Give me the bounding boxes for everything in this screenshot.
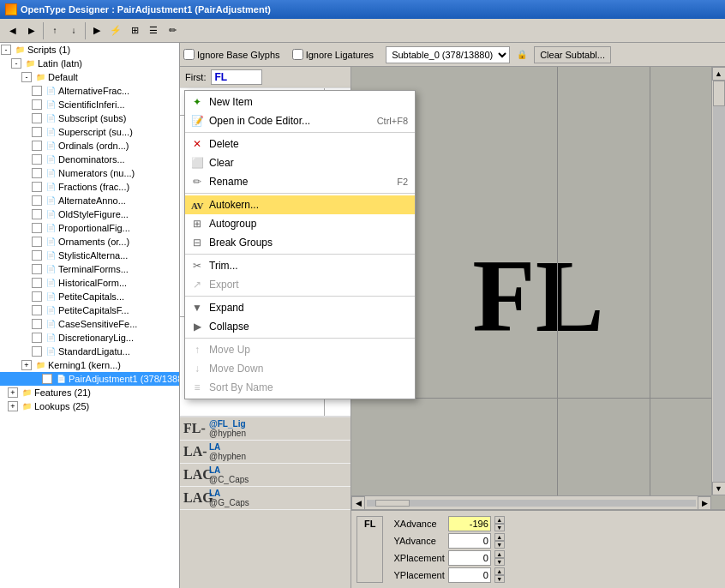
menu-sep-5: [185, 338, 415, 339]
menu-item-clear-label: Clear: [209, 157, 234, 169]
menu-shortcut-code: Ctrl+F8: [377, 116, 408, 126]
menu-item-rename[interactable]: ✏ Rename F2: [185, 172, 415, 191]
menu-item-autogroup-label: Autogroup: [209, 218, 256, 230]
menu-item-trim[interactable]: ✂ Trim...: [185, 256, 415, 275]
menu-item-autokern[interactable]: AV Autokern...: [185, 195, 415, 214]
menu-item-export: ↗ Export: [185, 275, 415, 294]
menu-item-sort-by-name: ≡ Sort By Name: [185, 378, 415, 397]
move-up-icon: ↑: [190, 343, 204, 357]
main-layout: - 📁 Scripts (1) - 📁 Latin (latn) - 📁 Def…: [0, 43, 725, 588]
code-editor-icon: 📝: [190, 114, 204, 128]
delete-icon: ✕: [190, 137, 204, 151]
export-icon: ↗: [190, 278, 204, 291]
menu-item-clear[interactable]: ⬜ Clear: [185, 153, 415, 172]
menu-item-move-down-label: Move Down: [209, 363, 263, 375]
menu-item-export-label: Export: [209, 279, 239, 291]
menu-item-delete-label: Delete: [209, 138, 239, 150]
menu-item-move-up-label: Move Up: [209, 344, 250, 356]
menu-shortcut-rename: F2: [397, 177, 408, 187]
menu-item-trim-label: Trim...: [209, 260, 238, 272]
clear-icon: ⬜: [190, 156, 204, 170]
rename-icon: ✏: [190, 175, 204, 189]
menu-item-rename-label: Rename: [209, 176, 248, 188]
menu-item-new-label: New Item: [209, 96, 253, 108]
menu-item-collapse-label: Collapse: [209, 321, 249, 333]
move-down-icon: ↓: [190, 362, 204, 375]
menu-item-code-editor[interactable]: 📝 Open in Code Editor... Ctrl+F8: [185, 111, 415, 130]
menu-item-autokern-label: Autokern...: [209, 199, 259, 211]
menu-sep-4: [185, 296, 415, 297]
down-button[interactable]: ↓: [65, 22, 82, 39]
menu-item-break-groups[interactable]: ⊟ Break Groups: [185, 233, 415, 252]
menu-sep-1: [185, 132, 415, 133]
menu-sep-2: [185, 193, 415, 194]
toolbar-separator: [43, 22, 44, 39]
context-menu-overlay[interactable]: ✦ New Item 📝 Open in Code Editor... Ctrl…: [0, 43, 725, 588]
trim-icon: ✂: [190, 259, 204, 273]
sort-by-name-icon: ≡: [190, 381, 204, 394]
menu-item-expand-label: Expand: [209, 302, 244, 314]
new-icon: ✦: [190, 95, 204, 109]
code-button[interactable]: ⚡: [107, 22, 124, 39]
title-bar: OpenType Designer : PairAdjustment1 (Pai…: [0, 0, 725, 19]
back-button[interactable]: ◀: [4, 22, 21, 39]
menu-item-new[interactable]: ✦ New Item: [185, 93, 415, 111]
menu-item-break-groups-label: Break Groups: [209, 237, 273, 249]
menu-item-move-up: ↑ Move Up: [185, 340, 415, 359]
menu-sep-3: [185, 254, 415, 255]
menu-item-move-down: ↓ Move Down: [185, 359, 415, 378]
autokern-icon: AV: [190, 198, 204, 212]
context-menu: ✦ New Item 📝 Open in Code Editor... Ctrl…: [184, 90, 416, 399]
collapse-icon: ▶: [190, 320, 204, 333]
break-groups-icon: ⊟: [190, 236, 204, 249]
menu-item-expand[interactable]: ▼ Expand: [185, 298, 415, 317]
up-button[interactable]: ↑: [46, 22, 63, 39]
pencil-button[interactable]: ✏: [164, 22, 181, 39]
menu-item-delete[interactable]: ✕ Delete: [185, 135, 415, 153]
run-button[interactable]: ▶: [88, 22, 105, 39]
window-title: OpenType Designer : PairAdjustment1 (Pai…: [21, 4, 271, 15]
menu-item-autogroup[interactable]: ⊞ Autogroup: [185, 214, 415, 233]
grid-button[interactable]: ⊞: [126, 22, 143, 39]
list-button[interactable]: ☰: [145, 22, 162, 39]
main-toolbar: ◀ ▶ ↑ ↓ ▶ ⚡ ⊞ ☰ ✏: [0, 19, 725, 43]
menu-item-collapse[interactable]: ▶ Collapse: [185, 317, 415, 336]
autogroup-icon: ⊞: [190, 217, 204, 231]
menu-item-sort-label: Sort By Name: [209, 381, 273, 393]
toolbar-separator2: [85, 22, 86, 39]
menu-item-code-label: Open in Code Editor...: [209, 115, 310, 127]
expand-icon: ▼: [190, 301, 204, 315]
svg-text:AV: AV: [191, 201, 204, 211]
forward-button[interactable]: ▶: [23, 22, 40, 39]
app-icon: [5, 3, 17, 15]
